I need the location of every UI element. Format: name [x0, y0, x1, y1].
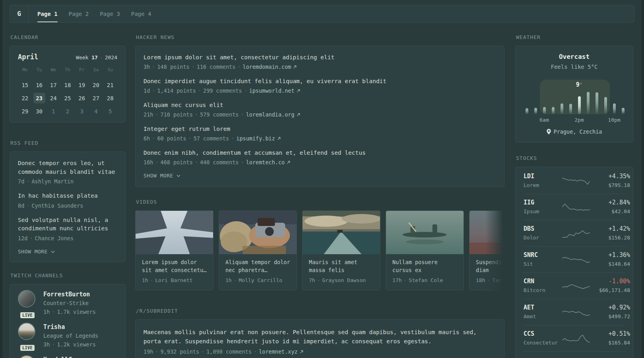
- video-card[interactable]: Lorem ipsum dolor sit amet consectetu… 1…: [135, 210, 213, 290]
- weather-bar: [526, 108, 528, 114]
- twitch-channel[interactable]: KendallCarr: [18, 355, 117, 358]
- video-meta: 18h·Tara: [476, 276, 504, 284]
- weather-bar: [578, 96, 581, 114]
- stock-sparkline: [562, 201, 590, 213]
- avatar: [18, 355, 37, 358]
- weather-bar: [543, 107, 546, 114]
- video-card[interactable]: Mauris sit amet massa felis 7h·Grayson D…: [302, 210, 380, 290]
- video-thumbnail-canoe: [386, 211, 464, 254]
- stocks-section-title: STOCKS: [516, 154, 633, 162]
- external-link-icon: [300, 350, 303, 354]
- rss-item-title[interactable]: Sed volutpat nulla nisl, a condimentum n…: [18, 216, 117, 233]
- stock-row[interactable]: AETAmet +0.92%$499.72: [523, 299, 626, 325]
- hn-item-title[interactable]: Donec imperdiet augue tincidunt felis al…: [144, 77, 496, 86]
- weather-widget: Overcast Feels like 5°C 9° 6am 2pm 10pm …: [515, 46, 633, 142]
- hn-item-domain-link[interactable]: ipsumworld.net: [249, 88, 295, 94]
- calendar-section: CALENDAR April Week 17·2024 Mo Tu We Th …: [10, 33, 126, 123]
- stock-sparkline: [562, 306, 590, 318]
- location-pin-icon: [547, 129, 551, 134]
- external-link-icon: [277, 137, 281, 140]
- weather-location: Prague, Czechia: [522, 128, 627, 135]
- stocks-section: STOCKS LDILorem +4.35%$795.18 IIGIpsum +…: [515, 154, 633, 358]
- tab-page-4[interactable]: Page 4: [131, 5, 151, 22]
- hn-item-title[interactable]: Aliquam nec cursus elit: [144, 101, 496, 109]
- rss-item-title[interactable]: In hac habitasse platea: [18, 192, 117, 200]
- tab-page-1[interactable]: Page 1: [37, 5, 58, 22]
- subreddit-post-title[interactable]: Maecenas mollis pulvinar erat non posuer…: [144, 328, 485, 346]
- dow-label: We: [51, 67, 56, 73]
- video-title: Suspendis diam: [476, 258, 504, 274]
- calendar-day: 20: [90, 80, 102, 90]
- stock-sparkline: [562, 333, 590, 344]
- stock-sparkline: [562, 254, 590, 266]
- stock-change: +0.51%: [590, 329, 630, 339]
- stock-row[interactable]: IIGIpsum +2.84%$42.04: [523, 194, 626, 220]
- video-card[interactable]: Nullam posuere cursus ex 17h·Stefan Cole: [386, 210, 464, 290]
- calendar-day: 26: [76, 93, 88, 103]
- external-link-icon: [297, 113, 300, 117]
- hn-item: Aliquam nec cursus elit 21h·710 points·5…: [144, 101, 496, 119]
- rss-item-meta: 12d·Chance Jones: [18, 234, 117, 242]
- calendar-day: 2: [62, 106, 74, 117]
- stock-price: $499.72: [590, 312, 630, 321]
- stock-ticker: AET: [524, 303, 562, 312]
- twitch-channel[interactable]: LIVE Trisha League of Legends 3h·1.2k vi…: [18, 323, 117, 349]
- tab-page-2[interactable]: Page 2: [69, 5, 89, 22]
- twitch-section-title: TWITCH CHANNELS: [10, 272, 126, 279]
- weather-bar: [587, 92, 590, 114]
- hn-item-domain-link[interactable]: loremlandia.org: [246, 111, 295, 118]
- channel-name: ForrestBurton: [43, 290, 96, 299]
- rss-section-title: RSS FEED: [10, 139, 126, 147]
- video-meta: 1h·Molly Carrillo: [225, 276, 290, 284]
- stock-ticker: CRN: [524, 277, 562, 286]
- stock-row[interactable]: AHS +0.46%: [523, 351, 626, 358]
- stock-row[interactable]: CRNBitcorn -1.00%$66,171.48: [523, 272, 626, 299]
- video-card[interactable]: Aliquam tempor dolor nec pharetra… 1h·Mo…: [219, 210, 297, 290]
- stock-row[interactable]: DBSDolor +1.42%$156.28: [523, 220, 626, 246]
- twitch-channel[interactable]: LIVE ForrestBurton Counter-Strike 1h·1.7…: [18, 290, 117, 316]
- stock-name: Dolor: [524, 233, 562, 242]
- weather-condition: Overcast: [522, 53, 627, 61]
- stock-row[interactable]: SNRCSit +1.36%$148.64: [523, 246, 626, 272]
- calendar-day: 1: [47, 106, 59, 117]
- stock-row[interactable]: LDILorem +4.35%$795.18: [523, 168, 626, 194]
- rss-show-more-button[interactable]: SHOW MORE: [18, 249, 117, 255]
- nav-tabs: Page 1 Page 2 Page 3 Page 4: [37, 5, 151, 22]
- dow-label: Th: [65, 67, 70, 73]
- stock-price: $156.28: [590, 233, 630, 242]
- stock-row[interactable]: CCSConsectetur +0.51%$165.84: [523, 325, 626, 351]
- calendar-day: 19: [76, 80, 88, 90]
- hn-item-title[interactable]: Lorem ipsum dolor sit amet, consectetur …: [144, 53, 496, 62]
- external-link-icon: [293, 65, 297, 69]
- videos-section: VIDEOS Lorem ipsum dolor sit amet consec…: [135, 198, 504, 290]
- subreddit-domain-link[interactable]: loremnet.xyz: [259, 348, 298, 355]
- hn-item-domain-link[interactable]: loremdomain.com: [243, 64, 291, 70]
- subreddit-widget: Maecenas mollis pulvinar erat non posuer…: [135, 319, 504, 358]
- tab-page-3[interactable]: Page 3: [100, 5, 120, 22]
- twitch-section: TWITCH CHANNELS LIVE ForrestBurton Count…: [10, 272, 126, 358]
- video-card[interactable]: Suspendis diam 18h·Tara: [469, 210, 504, 290]
- stocks-widget: LDILorem +4.35%$795.18 IIGIpsum +2.84%$4…: [515, 167, 633, 358]
- time-label: 6am: [539, 117, 549, 123]
- live-badge: LIVE: [19, 311, 35, 319]
- hn-item-title[interactable]: Integer eget rutrum lorem: [144, 125, 496, 133]
- weather-bar: [561, 103, 563, 114]
- calendar-day: 22: [19, 93, 31, 103]
- calendar-day: 3: [76, 106, 88, 117]
- app-logo[interactable]: G: [10, 5, 29, 22]
- stock-change: +2.84%: [590, 198, 630, 207]
- hn-item-domain-link[interactable]: ipsumify.biz: [236, 135, 275, 142]
- hn-show-more-button[interactable]: SHOW MORE: [144, 173, 496, 179]
- stock-change: +4.35%: [590, 172, 630, 181]
- weather-bar: [569, 104, 572, 114]
- calendar-day: 15: [19, 80, 31, 90]
- rss-item-meta: 7d·Ashlyn Martin: [18, 177, 117, 185]
- video-meta: 7h·Grayson Dawson: [309, 276, 374, 284]
- dow-label: Mo: [22, 67, 27, 73]
- hn-item-domain-link[interactable]: loremtech.co: [246, 159, 285, 165]
- rss-item-title[interactable]: Donec tempor eros leo, ut commodo mauris…: [18, 159, 117, 176]
- calendar-section-title: CALENDAR: [10, 33, 126, 41]
- stock-name: Sit: [524, 260, 562, 268]
- hn-item-title[interactable]: Donec enim nibh, condimentum et accumsan…: [144, 149, 496, 157]
- rss-widget: Donec tempor eros leo, ut commodo mauris…: [10, 152, 126, 262]
